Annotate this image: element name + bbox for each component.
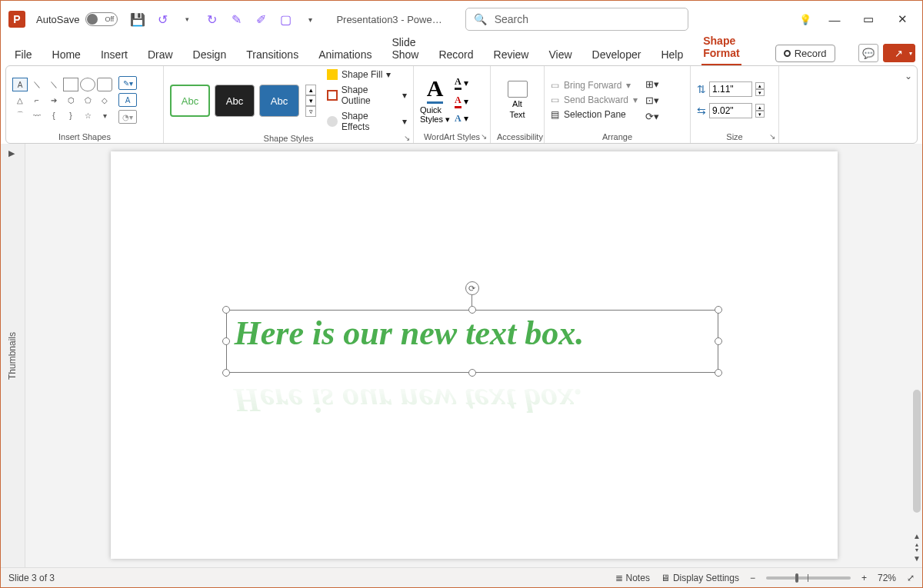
wordart-icon[interactable]: A [427, 75, 444, 104]
width-spin-up[interactable]: ▴ [755, 104, 765, 111]
resize-handle-tr[interactable] [715, 306, 722, 314]
edit-shape-icon[interactable]: ✎▾ [118, 76, 137, 90]
resize-handle-r[interactable] [715, 337, 722, 345]
shape-roundrect-icon[interactable] [97, 78, 112, 91]
shape-more-icon[interactable]: ▾ [97, 108, 112, 122]
shape-wave-icon[interactable]: 〰 [29, 108, 45, 122]
notes-button[interactable]: ≣Notes [615, 573, 650, 583]
close-icon[interactable]: ✕ [895, 12, 910, 26]
gallery-down-icon[interactable]: ▾ [305, 95, 316, 106]
slide[interactable]: ⟳ Here is our new text box. Here is our … [111, 151, 838, 559]
tab-shape-format[interactable]: Shape Format [701, 30, 741, 65]
ribbon-collapse-icon[interactable]: ⌄ [900, 66, 917, 143]
shape-brace-r-icon[interactable]: } [63, 108, 78, 122]
text-outline-menu[interactable]: A▾ [455, 95, 468, 108]
shape-fill-menu[interactable]: Shape Fill ▾ [327, 69, 407, 80]
shape-styles-launcher-icon[interactable]: ↘ [404, 134, 410, 142]
rotate-handle-icon[interactable]: ⟳ [465, 281, 479, 295]
next-slide-icon[interactable]: ▼ [913, 554, 921, 563]
shape-height-input[interactable] [709, 81, 752, 97]
gallery-up-icon[interactable]: ▴ [305, 85, 316, 95]
shape-line-icon[interactable]: ＼ [29, 78, 45, 91]
slide-canvas-area[interactable]: ⟳ Here is our new text box. Here is our … [25, 144, 922, 567]
bring-forward-button[interactable]: ▭ Bring Forward ▾ [551, 80, 638, 91]
tips-icon[interactable]: 💡 [799, 14, 811, 25]
shape-oval-icon[interactable] [80, 78, 95, 91]
resize-handle-br[interactable] [715, 369, 722, 377]
tab-animations[interactable]: Animations [317, 44, 373, 65]
send-backward-button[interactable]: ▭ Send Backward ▾ [551, 95, 638, 105]
qat-tool2-icon[interactable]: ✐ [252, 10, 270, 28]
style-swatch-2[interactable]: Abc [215, 85, 255, 117]
tab-slideshow[interactable]: Slide Show [390, 32, 420, 65]
shape-rect-icon[interactable] [63, 78, 78, 91]
gallery-more-icon[interactable]: ▿ [305, 106, 316, 117]
style-swatch-3[interactable]: Abc [259, 85, 299, 117]
thumbnail-expand-icon[interactable]: ▶ [8, 148, 15, 158]
textbox-content[interactable]: Here is our new text box. [227, 311, 718, 356]
share-button[interactable]: ↗ [883, 44, 915, 62]
tab-home[interactable]: Home [51, 44, 82, 65]
selection-pane-button[interactable]: ▤ Selection Pane [551, 109, 638, 120]
shape-brace-l-icon[interactable]: { [46, 108, 62, 122]
autosave-control[interactable]: AutoSave Off [36, 12, 118, 26]
style-gallery[interactable]: Abc Abc Abc ▴ ▾ ▿ [170, 85, 316, 117]
shape-hex-icon[interactable]: ⬡ [63, 93, 78, 107]
maximize-icon[interactable]: ▭ [861, 12, 876, 26]
shape-arrow-icon[interactable]: ➔ [46, 93, 62, 107]
selected-textbox[interactable]: ⟳ Here is our new text box. [226, 310, 718, 373]
tab-help[interactable]: Help [659, 44, 685, 65]
align-menu-icon[interactable]: ⊞▾ [645, 78, 659, 90]
slide-indicator[interactable]: Slide 3 of 3 [8, 573, 55, 583]
resize-handle-l[interactable] [222, 337, 230, 345]
rotate-menu-icon[interactable]: ⟳▾ [645, 111, 659, 122]
shape-outline-menu[interactable]: Shape Outline ▾ [327, 85, 407, 106]
zoom-slider[interactable] [766, 576, 851, 580]
record-button[interactable]: Record [775, 45, 835, 62]
resize-handle-bl[interactable] [222, 369, 230, 377]
thumbnail-panel[interactable]: ▶ Thumbnails [1, 144, 25, 567]
quick-styles-button[interactable]: QuickStyles ▾ [420, 105, 450, 125]
shape-star-icon[interactable]: ☆ [80, 108, 95, 122]
size-launcher-icon[interactable]: ↘ [769, 132, 775, 141]
shape-width-input[interactable] [709, 103, 752, 118]
alt-text-button[interactable]: Alt Text [508, 81, 528, 119]
shape-tri-icon[interactable]: △ [12, 93, 28, 107]
save-icon[interactable]: 💾 [128, 10, 147, 28]
resize-handle-t[interactable] [468, 306, 476, 314]
height-spin-down[interactable]: ▾ [755, 89, 765, 96]
tab-draw[interactable]: Draw [146, 44, 175, 65]
vertical-scrollbar[interactable] [913, 390, 921, 513]
text-effects-menu[interactable]: A▾ [455, 113, 468, 125]
search-box[interactable]: 🔍 Search [465, 8, 688, 31]
tab-transitions[interactable]: Transitions [245, 44, 300, 65]
text-fill-menu[interactable]: A▾ [455, 76, 468, 90]
shape-gallery[interactable]: A ＼＼ △⌐➔⬡⬠◇ ⌒〰{}☆▾ [12, 78, 112, 122]
shape-pent-icon[interactable]: ⬠ [80, 93, 95, 107]
merge-shapes-icon[interactable]: ◔▾ [118, 110, 137, 124]
zoom-in-icon[interactable]: + [861, 573, 867, 583]
account-icon[interactable]: 👤 [920, 44, 923, 62]
height-spin-up[interactable]: ▴ [755, 82, 765, 89]
fit-to-window-icon[interactable]: ⤢ [907, 573, 915, 583]
group-menu-icon[interactable]: ⊡▾ [645, 95, 659, 106]
tab-developer[interactable]: Developer [591, 44, 643, 65]
tab-view[interactable]: View [547, 44, 573, 65]
shape-line2-icon[interactable]: ＼ [46, 78, 62, 91]
resize-handle-b[interactable] [468, 369, 476, 377]
zoom-percentage[interactable]: 72% [878, 573, 896, 583]
shape-arc-icon[interactable]: ⌒ [12, 108, 28, 122]
redo-icon[interactable]: ↻ [202, 10, 221, 28]
resize-handle-tl[interactable] [222, 306, 230, 314]
shape-conn-icon[interactable]: ⌐ [29, 93, 45, 107]
undo-icon[interactable]: ↺ [153, 10, 172, 28]
shape-textbox-icon[interactable]: A [12, 78, 28, 91]
width-spin-down[interactable]: ▾ [755, 111, 765, 118]
tab-insert[interactable]: Insert [99, 44, 129, 65]
display-settings-button[interactable]: 🖥Display Settings [661, 573, 739, 583]
minimize-icon[interactable]: — [827, 13, 842, 26]
tab-file[interactable]: File [13, 44, 34, 65]
tab-review[interactable]: Review [492, 44, 531, 65]
comments-icon[interactable]: 💬 [858, 44, 878, 62]
document-title[interactable]: Presentation3 - Powe… [336, 14, 442, 25]
